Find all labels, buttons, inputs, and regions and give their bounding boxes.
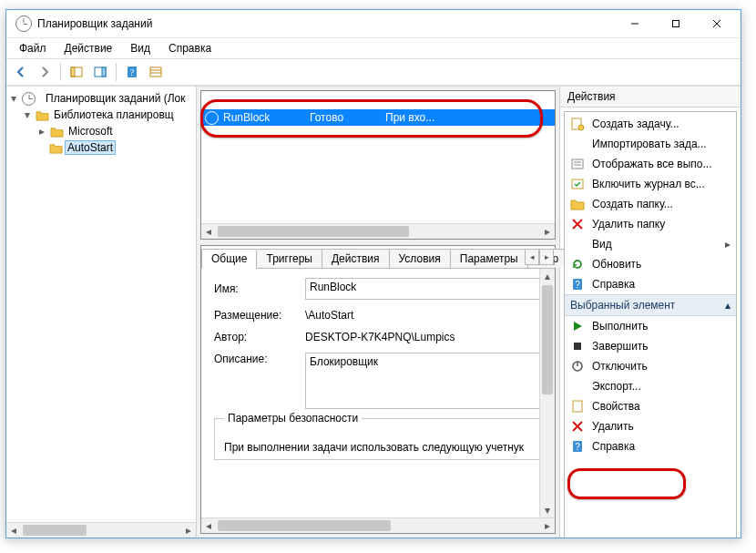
import-icon	[570, 137, 585, 151]
tree-root[interactable]: ▾ Планировщик заданий (Лок	[8, 90, 194, 107]
tab-scroll-right[interactable]: ▸	[539, 249, 554, 265]
action-help-2[interactable]: ? Справка	[565, 436, 736, 456]
tree-horizontal-scrollbar[interactable]: ◂▸	[6, 522, 196, 538]
folder-icon	[49, 142, 63, 154]
author-label: Автор:	[214, 331, 305, 343]
action-help[interactable]: ? Справка	[565, 274, 736, 294]
menu-help[interactable]: Справка	[161, 40, 219, 56]
action-refresh[interactable]: Обновить	[565, 254, 736, 274]
tab-conditions[interactable]: Условия	[389, 249, 451, 268]
clock-icon	[15, 15, 32, 32]
menubar: Файл Действие Вид Справка	[6, 37, 741, 58]
help-icon: ?	[570, 277, 585, 292]
titlebar: Планировщик заданий	[6, 10, 741, 37]
svg-text:?: ?	[575, 442, 580, 452]
collapse-icon[interactable]: ▴	[725, 299, 730, 312]
tab-scroll-buttons[interactable]: ◂ ▸	[525, 249, 554, 265]
action-import-task[interactable]: Импортировать зада...	[565, 134, 736, 154]
stop-icon	[570, 339, 585, 353]
folder-icon	[36, 109, 49, 121]
menu-file[interactable]: Файл	[12, 40, 54, 56]
name-label: Имя:	[214, 282, 305, 295]
action-run[interactable]: Выполнить	[565, 316, 736, 336]
svg-rect-15	[572, 159, 583, 169]
tab-settings[interactable]: Параметры	[450, 249, 528, 268]
action-end[interactable]: Завершить	[565, 336, 736, 356]
task-list-header[interactable]	[201, 91, 555, 110]
tree-library[interactable]: ▾ Библиотека планировщ	[8, 107, 194, 123]
svg-rect-5	[71, 67, 75, 77]
details-tabs: Общие Триггеры Действия Условия Параметр…	[201, 246, 555, 269]
security-account-line: При выполнении задачи использовать следу…	[224, 441, 532, 454]
details-vertical-scrollbar[interactable]: ▴▾	[539, 269, 555, 517]
blank-icon	[570, 237, 585, 251]
svg-rect-1	[672, 21, 679, 27]
actions-pane: Действия Создать задачу... Импортировать…	[560, 87, 741, 538]
play-icon	[570, 319, 585, 333]
action-disable[interactable]: Отключить	[565, 356, 736, 376]
tab-actions[interactable]: Действия	[322, 249, 390, 268]
location-label: Размещение:	[214, 309, 305, 322]
toolbar-forward-button[interactable]	[34, 61, 56, 83]
tree-microsoft[interactable]: ▸ Microsoft	[8, 123, 194, 139]
toolbar: ?	[6, 58, 741, 86]
delete-icon	[570, 217, 585, 231]
tab-general[interactable]: Общие	[201, 249, 257, 269]
disable-icon	[570, 359, 585, 374]
collapse-icon[interactable]: ▾	[8, 93, 19, 104]
tree-pane: ▾ Планировщик заданий (Лок ▾ Библиотека …	[6, 87, 197, 538]
svg-rect-7	[102, 67, 106, 77]
toolbar-properties-button[interactable]	[145, 61, 167, 83]
minimize-button[interactable]	[614, 11, 655, 36]
delete-icon	[570, 419, 585, 434]
description-field[interactable]: Блокировщик	[305, 353, 542, 409]
close-button[interactable]	[696, 11, 737, 36]
task-details: Общие Триггеры Действия Условия Параметр…	[200, 245, 556, 534]
tab-triggers[interactable]: Триггеры	[256, 249, 322, 268]
author-value: DESKTOP-K7K4PNQ\Lumpics	[305, 331, 533, 343]
properties-icon	[570, 399, 585, 414]
menu-view[interactable]: Вид	[123, 40, 158, 56]
clock-icon	[22, 92, 36, 106]
toolbar-back-button[interactable]	[10, 61, 32, 83]
details-horizontal-scrollbar[interactable]: ◂▸	[201, 517, 555, 533]
center-pane: RunBlock Готово При вхо... ◂▸ Общие	[197, 87, 560, 538]
menu-action[interactable]: Действие	[57, 40, 120, 56]
window-title: Планировщик заданий	[37, 17, 614, 30]
name-field[interactable]: RunBlock	[305, 278, 542, 300]
location-value: \AutoStart	[305, 309, 533, 322]
task-row[interactable]: RunBlock Готово При вхо...	[201, 109, 555, 126]
chevron-right-icon: ▸	[725, 238, 730, 251]
task-list: RunBlock Готово При вхо... ◂▸	[200, 90, 556, 240]
list-icon	[570, 157, 585, 171]
task-icon	[205, 111, 219, 125]
action-view[interactable]: Вид ▸	[565, 234, 736, 254]
action-new-folder[interactable]: Создать папку...	[565, 194, 736, 214]
actions-section-selected: Выбранный элемент ▴	[565, 294, 736, 316]
maximize-button[interactable]	[655, 11, 696, 36]
action-show-running[interactable]: Отображать все выпо...	[565, 154, 736, 174]
action-create-task[interactable]: Создать задачу...	[565, 114, 736, 134]
task-name: RunBlock	[223, 111, 305, 124]
action-delete[interactable]: Удалить	[565, 416, 736, 436]
svg-rect-26	[573, 401, 582, 412]
security-legend: Параметры безопасности	[224, 412, 362, 425]
action-properties[interactable]: Свойства	[565, 396, 736, 416]
toolbar-help-button[interactable]: ?	[121, 61, 143, 83]
action-delete-folder[interactable]: Удалить папку	[565, 214, 736, 234]
tab-scroll-left[interactable]: ◂	[525, 249, 539, 265]
task-list-horizontal-scrollbar[interactable]: ◂▸	[201, 223, 555, 239]
tree-autostart[interactable]: AutoStart	[8, 139, 194, 156]
toolbar-show-hide-actions-button[interactable]	[89, 61, 111, 83]
svg-point-14	[578, 125, 584, 130]
action-enable-history[interactable]: Включить журнал вс...	[565, 174, 736, 194]
security-fieldset: Параметры безопасности При выполнении за…	[214, 418, 542, 460]
help-icon: ?	[570, 439, 585, 454]
action-export[interactable]: Экспорт...	[565, 376, 736, 396]
svg-rect-23	[574, 343, 581, 350]
task-trigger: При вхо...	[385, 111, 495, 124]
expand-icon[interactable]: ▸	[36, 126, 47, 137]
collapse-icon[interactable]: ▾	[22, 109, 33, 120]
toolbar-show-hide-tree-button[interactable]	[66, 61, 87, 83]
svg-text:?: ?	[130, 67, 135, 77]
